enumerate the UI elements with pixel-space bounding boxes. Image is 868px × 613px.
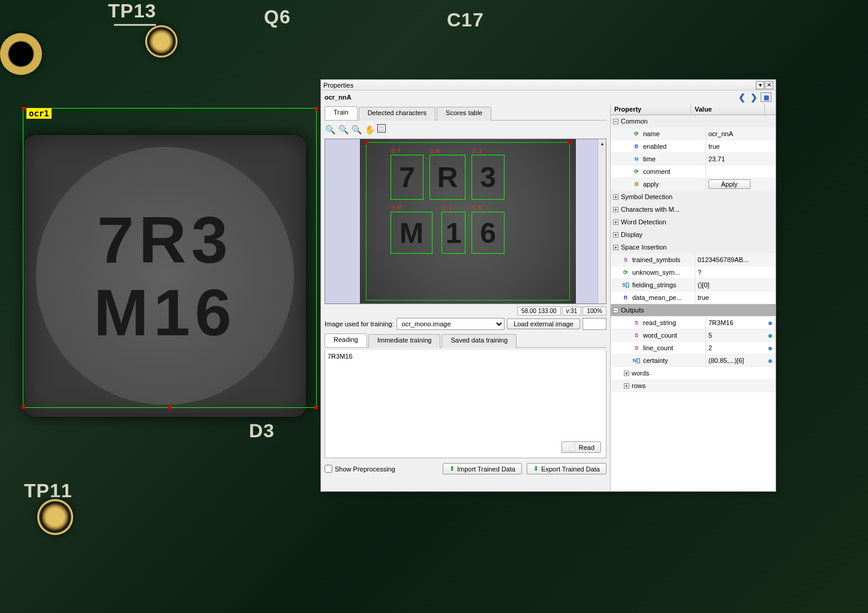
select-region-icon[interactable]: ⬚	[377, 124, 386, 133]
property-grid: Property Value − Common ⟳ name ocr_nnA B…	[610, 104, 776, 491]
char-box-2[interactable]: 2:3 3	[471, 155, 504, 200]
nav-next-icon[interactable]: ❯	[749, 92, 759, 102]
collapse-icon[interactable]: −	[613, 119, 618, 124]
tab-detected-characters[interactable]: Detected characters	[359, 107, 435, 121]
char-box-0[interactable]: 0:7 7	[391, 155, 424, 200]
prop-word-count[interactable]: S word_count 5 ●	[611, 329, 776, 342]
panel-close-icon[interactable]: ✕	[765, 81, 773, 89]
expand-icon[interactable]: +	[613, 194, 618, 200]
pcb-trace-line	[114, 24, 156, 26]
bottom-controls: Show Preprocessing ⬆ Import Trained Data…	[325, 461, 606, 474]
show-preprocessing-checkbox[interactable]: Show Preprocessing	[325, 465, 395, 473]
char-box-1[interactable]: 1:R R	[430, 155, 465, 200]
prop-name[interactable]: ⟳ name ocr_nnA	[611, 128, 776, 140]
prop-value: (80.85,...)[6]	[705, 354, 765, 366]
prop-value[interactable]: ocr_nnA	[705, 128, 776, 140]
char-box-3[interactable]: 3:M M	[391, 212, 433, 254]
collapse-icon[interactable]: −	[613, 308, 618, 313]
group-display[interactable]: + Display	[611, 229, 776, 241]
zoom-in-icon[interactable]: 🔍	[338, 124, 349, 135]
prop-value[interactable]	[705, 166, 776, 178]
main-tabs: Train Detected characters Scores table	[325, 106, 606, 121]
prop-value[interactable]: true	[705, 140, 776, 152]
header-property[interactable]: Property	[611, 104, 691, 115]
prop-line-count[interactable]: S line_count 2 ●	[611, 342, 776, 354]
read-icon: 📄	[568, 443, 576, 451]
roi-handle-s[interactable]	[168, 405, 172, 409]
group-common[interactable]: − Common	[611, 115, 776, 128]
train-roi[interactable]: 0:7 7 1:R R 2:3 3 3:M	[366, 142, 570, 301]
train-view-image[interactable]: 0:7 7 1:R R 2:3 3 3:M	[360, 139, 576, 304]
group-rows[interactable]: + rows	[611, 380, 776, 392]
subtab-saved-data-training[interactable]: Saved data training	[441, 334, 516, 348]
prop-label: name	[643, 130, 705, 137]
prop-value[interactable]: ()[0]	[695, 279, 776, 291]
nav-prev-icon[interactable]: ❮	[737, 92, 747, 102]
panel-title: Properties	[323, 82, 353, 89]
prop-read-string[interactable]: S read_string 7R3M16 ●	[611, 317, 776, 329]
prop-value[interactable]: 23.71	[705, 153, 776, 165]
load-external-image-button[interactable]: Load external image	[507, 318, 580, 329]
roi-handle-ne[interactable]	[314, 107, 318, 110]
external-image-path-input[interactable]	[582, 318, 606, 330]
expand-icon[interactable]: +	[624, 371, 629, 376]
prop-label: enabled	[643, 143, 705, 150]
show-preprocessing-input[interactable]	[325, 465, 332, 473]
group-space-insertion[interactable]: + Space Insertion	[611, 241, 776, 254]
expand-icon[interactable]: +	[613, 220, 618, 225]
pan-hand-icon[interactable]: ✋	[364, 124, 375, 135]
reading-result-text: 7R3M16	[328, 353, 353, 360]
scroll-up-icon[interactable]: ▴	[598, 139, 606, 148]
roi-handle-sw[interactable]	[22, 405, 25, 409]
roi-handle-se[interactable]	[314, 405, 318, 409]
prop-value[interactable]: ?	[695, 266, 776, 278]
prop-time[interactable]: N time 23.71	[611, 153, 776, 166]
roi-rectangle[interactable]	[23, 108, 317, 408]
group-characters-with-m[interactable]: + Characters with M...	[611, 203, 776, 216]
expand-icon[interactable]: +	[613, 207, 618, 212]
char-box-5[interactable]: 5:6 6	[471, 212, 504, 254]
prop-unknown-symbol[interactable]: ⟳ unknown_sym... ?	[611, 266, 776, 279]
group-label: Common	[621, 118, 648, 125]
image-source-select[interactable]: ocr_mono.image	[397, 318, 505, 330]
tab-train[interactable]: Train	[325, 106, 358, 120]
pcb-silkscreen-tp13: TP13	[108, 0, 156, 22]
expand-icon[interactable]: +	[624, 383, 629, 389]
prop-data-mean-pe[interactable]: B data_mean_pe... true	[611, 292, 776, 304]
roi-label[interactable]: ocr1	[26, 108, 52, 119]
expand-icon[interactable]: +	[613, 245, 618, 250]
zoom-out-icon[interactable]: 🔍	[325, 124, 335, 135]
train-scrollbar[interactable]: ▴	[597, 139, 606, 304]
panel-titlebar[interactable]: Properties ▾ ✕	[321, 80, 776, 91]
roi-handle-nw[interactable]	[22, 107, 25, 110]
train-roi-handle[interactable]	[567, 141, 571, 145]
subtab-immediate-training[interactable]: Immediate training	[368, 334, 441, 348]
show-preprocessing-label: Show Preprocessing	[335, 465, 395, 473]
group-outputs[interactable]: − Outputs	[611, 304, 776, 317]
read-button[interactable]: 📄 Read	[561, 441, 601, 453]
panel-dropdown-icon[interactable]: ▾	[756, 81, 764, 89]
prop-apply[interactable]: ⚙ apply Apply	[611, 178, 776, 191]
training-image-view[interactable]: 0:7 7 1:R R 2:3 3 3:M	[325, 139, 606, 304]
expand-icon[interactable]: +	[613, 232, 618, 238]
export-trained-data-button[interactable]: ⬇ Export Trained Data	[527, 463, 606, 474]
tab-scores-table[interactable]: Scores table	[437, 107, 491, 121]
prop-value[interactable]: 0123456789AB...	[695, 254, 776, 266]
group-word-detection[interactable]: + Word Detection	[611, 216, 776, 229]
header-value[interactable]: Value	[691, 104, 765, 115]
prop-enabled[interactable]: B enabled true	[611, 140, 776, 153]
import-trained-data-button[interactable]: ⬆ Import Trained Data	[443, 463, 522, 474]
apply-button[interactable]: Apply	[708, 179, 750, 189]
prop-certainty[interactable]: N[] certainty (80.85,...)[6] ●	[611, 354, 776, 367]
prop-trained-symbols[interactable]: S trained_symbols 0123456789AB...	[611, 254, 776, 266]
prop-value[interactable]: true	[695, 292, 776, 304]
prop-comment[interactable]: ⟳ comment	[611, 166, 776, 178]
char-box-4[interactable]: 4:1 1	[441, 212, 465, 254]
nav-grid-icon[interactable]: ▦	[761, 92, 771, 102]
zoom-fit-icon[interactable]: 🔍	[351, 124, 362, 135]
subtab-reading[interactable]: Reading	[325, 333, 367, 347]
group-symbol-detection[interactable]: + Symbol Detection	[611, 191, 776, 203]
group-words[interactable]: + words	[611, 367, 776, 380]
train-roi-handle[interactable]	[365, 141, 368, 145]
prop-fielding-strings[interactable]: S[] fielding_strings ()[0]	[611, 279, 776, 292]
